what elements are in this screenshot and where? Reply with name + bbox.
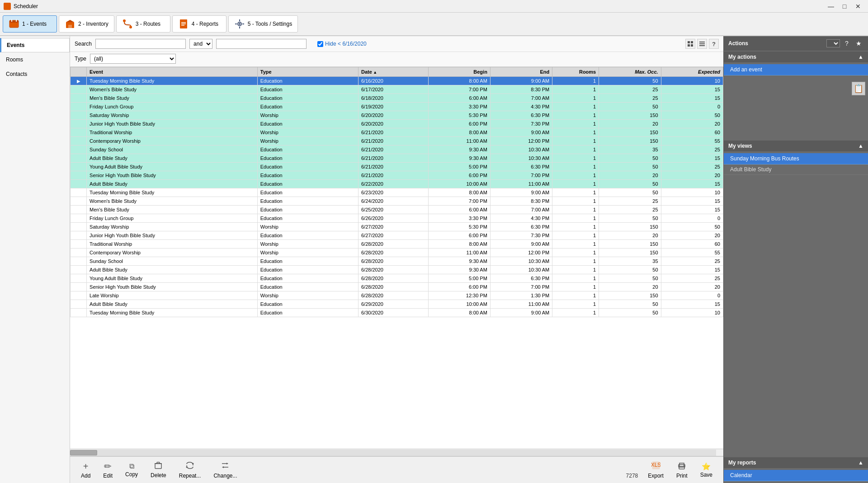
svg-marker-31 xyxy=(222,466,224,468)
table-row[interactable]: Traditional WorshipWorship6/28/20208:00 … xyxy=(71,240,723,249)
row-event-begin: 6:00 PM xyxy=(428,171,490,180)
col-end[interactable]: End xyxy=(490,67,552,77)
table-row[interactable]: Adult Bible StudyEducation6/29/202010:00… xyxy=(71,300,723,309)
minimize-button[interactable]: — xyxy=(825,2,837,11)
table-row[interactable]: Sunday SchoolEducation6/28/20209:30 AM10… xyxy=(71,257,723,266)
row-event-type: Education xyxy=(257,206,358,214)
add-button[interactable]: + Add xyxy=(75,460,97,481)
nav-tab-inventory[interactable]: 2 - Inventory xyxy=(59,15,114,33)
panel-help-btn[interactable]: ? xyxy=(842,38,852,48)
my-views-header[interactable]: My views ▲ xyxy=(724,141,868,151)
type-select[interactable]: (all) Education Worship xyxy=(90,54,176,64)
toolbar-icons: ? xyxy=(685,39,719,49)
table-row[interactable]: Friday Lunch GroupEducation6/19/20203:30… xyxy=(71,103,723,111)
table-row[interactable]: Saturday WorshipWorship6/27/20205:30 PM6… xyxy=(71,223,723,231)
row-event-date: 6/28/2020 xyxy=(358,266,428,274)
add-icon: + xyxy=(83,461,89,472)
maximize-button[interactable]: □ xyxy=(838,2,851,11)
panel-star-btn[interactable]: ★ xyxy=(854,38,863,48)
list-view-btn[interactable] xyxy=(697,39,707,49)
row-event-expected: 50 xyxy=(661,111,723,120)
table-row[interactable]: Women's Bible StudyEducation6/24/20207:0… xyxy=(71,197,723,206)
col-expected[interactable]: Expected xyxy=(661,67,723,77)
sidebar-item-events[interactable]: Events xyxy=(0,38,70,52)
table-row[interactable]: Tuesday Morning Bible StudyEducation6/30… xyxy=(71,309,723,317)
sidebar: Events Rooms Contacts xyxy=(0,36,70,483)
table-row[interactable]: Senior High Youth Bible StudyEducation6/… xyxy=(71,171,723,180)
row-event-expected: 15 xyxy=(661,94,723,103)
calendar-item[interactable]: Calendar xyxy=(724,470,868,481)
row-event-begin: 11:00 AM xyxy=(428,137,490,145)
table-row[interactable]: Junior High Youth Bible StudyEducation6/… xyxy=(71,120,723,128)
table-row[interactable]: Young Adult Bible StudyEducation6/21/202… xyxy=(71,163,723,171)
repeat-button[interactable]: Repeat... xyxy=(173,459,208,481)
type-row: Type (all) Education Worship xyxy=(70,52,723,67)
table-row[interactable]: Young Adult Bible StudyEducation6/28/202… xyxy=(71,274,723,283)
print-button[interactable]: Print xyxy=(670,459,694,481)
close-button[interactable]: ✕ xyxy=(852,2,864,11)
table-row[interactable]: Senior High Youth Bible StudyEducation6/… xyxy=(71,283,723,291)
table-row[interactable]: Saturday WorshipWorship6/20/20205:30 PM6… xyxy=(71,111,723,120)
table-row[interactable]: Adult Bible StudyEducation6/22/202010:00… xyxy=(71,180,723,188)
table-row[interactable]: ▶Tuesday Morning Bible StudyEducation6/1… xyxy=(71,77,723,85)
col-date[interactable]: Date xyxy=(358,67,428,77)
row-event-type: Education xyxy=(257,283,358,291)
export-button[interactable]: XLS Export xyxy=(642,459,670,481)
sidebar-item-contacts[interactable]: Contacts xyxy=(0,67,70,81)
col-event[interactable]: Event xyxy=(87,67,258,77)
table-row[interactable]: Men's Bible StudyEducation6/18/20206:00 … xyxy=(71,94,723,103)
table-row[interactable]: Adult Bible StudyEducation6/21/20209:30 … xyxy=(71,154,723,163)
row-event-name: Women's Bible Study xyxy=(87,197,258,206)
table-row[interactable]: Late WorshipWorship6/28/202012:30 PM1:30… xyxy=(71,291,723,300)
svg-rect-10 xyxy=(181,23,186,24)
events-table-container[interactable]: Event Type Date Begin End Rooms Max. Occ… xyxy=(70,67,723,449)
adult-bible-item[interactable]: Adult Bible Study xyxy=(724,164,868,175)
copy-button[interactable]: ⧉ Copy xyxy=(119,460,144,479)
clipboard-button[interactable]: 📋 xyxy=(852,82,865,95)
col-rooms[interactable]: Rooms xyxy=(552,67,599,77)
sunday-bus-item[interactable]: Sunday Morning Bus Routes xyxy=(724,153,868,164)
export-icon: XLS xyxy=(651,461,660,472)
table-row[interactable]: Contemporary WorshipWorship6/28/202011:0… xyxy=(71,249,723,257)
edit-button[interactable]: ✏ Edit xyxy=(97,459,119,481)
save-button[interactable]: ⭐ Save xyxy=(694,460,719,480)
table-row[interactable]: Traditional WorshipWorship6/21/20208:00 … xyxy=(71,128,723,137)
nav-tab-reports[interactable]: 4 - Reports xyxy=(172,15,226,33)
app-icon xyxy=(4,3,11,10)
table-row[interactable]: Junior High Youth Bible StudyEducation6/… xyxy=(71,231,723,240)
search-input-1[interactable] xyxy=(95,39,186,49)
col-maxocc[interactable]: Max. Occ. xyxy=(599,67,661,77)
change-button[interactable]: Change... xyxy=(207,459,243,481)
and-select[interactable]: and or xyxy=(189,39,212,49)
nav-tab-events[interactable]: 1 - Events xyxy=(3,15,57,33)
horizontal-scrollbar[interactable] xyxy=(70,449,723,456)
search-input-2[interactable] xyxy=(216,39,307,49)
table-row[interactable]: Adult Bible StudyEducation6/28/20209:30 … xyxy=(71,266,723,274)
hide-check-label[interactable]: Hide < 6/16/2020 xyxy=(317,41,367,47)
col-begin[interactable]: Begin xyxy=(428,67,490,77)
table-row[interactable]: Contemporary WorshipWorship6/21/202011:0… xyxy=(71,137,723,145)
delete-button[interactable]: Delete xyxy=(144,460,173,480)
repeat-icon xyxy=(185,461,194,472)
row-arrow-cell xyxy=(71,128,87,137)
nav-tab-routes[interactable]: 3 - Routes xyxy=(116,15,170,33)
col-type[interactable]: Type xyxy=(257,67,358,77)
help-btn[interactable]: ? xyxy=(709,39,719,49)
my-reports-header[interactable]: My reports ▲ xyxy=(724,457,868,468)
table-row[interactable]: Women's Bible StudyEducation6/17/20207:0… xyxy=(71,85,723,94)
sidebar-item-rooms[interactable]: Rooms xyxy=(0,52,70,67)
hide-checkbox[interactable] xyxy=(317,41,323,47)
grid-view-btn[interactable] xyxy=(685,39,695,49)
row-event-name: Traditional Worship xyxy=(87,240,258,249)
table-row[interactable]: Tuesday Morning Bible StudyEducation6/23… xyxy=(71,188,723,197)
nav-tab-tools[interactable]: 5 - Tools / Settings xyxy=(228,15,298,33)
actions-dropdown[interactable] xyxy=(826,39,840,47)
my-actions-header[interactable]: My actions ▲ xyxy=(724,52,868,62)
row-event-maxocc: 20 xyxy=(599,231,661,240)
table-row[interactable]: Sunday SchoolEducation6/21/20209:30 AM10… xyxy=(71,145,723,154)
add-event-item[interactable]: Add an event xyxy=(724,64,868,75)
row-event-end: 7:00 AM xyxy=(490,206,552,214)
table-row[interactable]: Men's Bible StudyEducation6/25/20206:00 … xyxy=(71,206,723,214)
table-row[interactable]: Friday Lunch GroupEducation6/26/20203:30… xyxy=(71,214,723,223)
row-event-rooms: 1 xyxy=(552,223,599,231)
